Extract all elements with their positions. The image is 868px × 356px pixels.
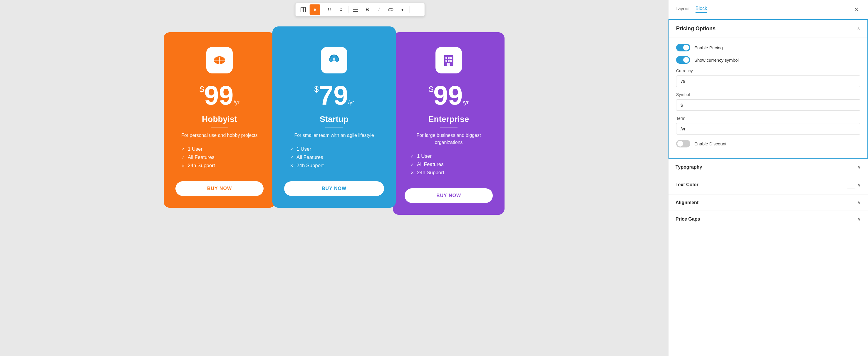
- alignment-section[interactable]: Alignment ∨: [669, 194, 868, 211]
- enterprise-features: ✓ 1 User ✓ All Features ✕ 24h Support: [405, 153, 493, 178]
- svg-point-20: [333, 58, 335, 60]
- chevron-down-icon-alignment: ∨: [858, 200, 861, 205]
- symbol-field-group: Symbol: [676, 92, 860, 111]
- list-item: ✕ 24h Support: [181, 163, 264, 169]
- pricing-options-title: Pricing Options: [676, 26, 715, 32]
- list-item: ✓ 1 User: [290, 146, 384, 152]
- toggle-knob-3: [677, 141, 683, 147]
- typography-title: Typography: [676, 164, 702, 170]
- toolbar-divider-2: [348, 6, 348, 13]
- more-options-button[interactable]: ⋮: [412, 4, 422, 15]
- list-item: ✓ 1 User: [181, 146, 264, 152]
- bold-button[interactable]: B: [362, 4, 373, 15]
- panel-header: Layout Block ✕: [669, 0, 868, 19]
- x-icon: ✕: [290, 163, 293, 168]
- svg-rect-27: [448, 60, 450, 62]
- svg-rect-11: [353, 9, 358, 10]
- align-button[interactable]: [350, 4, 361, 15]
- enterprise-price-term: /yr: [463, 100, 469, 106]
- link-button[interactable]: [385, 4, 396, 15]
- alignment-header[interactable]: Alignment ∨: [669, 194, 868, 211]
- x-icon: ✕: [181, 163, 185, 168]
- term-field-group: Term: [676, 116, 860, 134]
- football-icon: [212, 53, 227, 68]
- text-color-section[interactable]: Text Color ∨: [669, 175, 868, 194]
- building-icon: [441, 53, 456, 68]
- svg-rect-23: [445, 57, 447, 59]
- chevron-down-icon-price-gaps: ∨: [858, 216, 861, 222]
- symbol-label: Symbol: [676, 92, 860, 97]
- enable-pricing-toggle[interactable]: [676, 44, 690, 52]
- price-gaps-header[interactable]: Price Gaps ∨: [669, 211, 868, 227]
- enterprise-price-amount: 99: [433, 82, 463, 109]
- typography-header[interactable]: Typography ∨: [669, 159, 868, 175]
- move-up-down-button[interactable]: [336, 4, 346, 15]
- svg-rect-10: [353, 8, 358, 8]
- startup-description: For smaller team with an agile lifestyle: [294, 132, 374, 139]
- svg-point-9: [330, 10, 331, 11]
- price-gaps-section[interactable]: Price Gaps ∨: [669, 211, 868, 227]
- enterprise-icon-container: [435, 47, 462, 73]
- drag-button[interactable]: [324, 4, 335, 15]
- list-item: ✓ 1 User: [410, 153, 493, 159]
- startup-icon-container: [321, 47, 347, 73]
- dropdown-arrow-button[interactable]: ▾: [397, 4, 408, 15]
- close-panel-button[interactable]: ✕: [851, 5, 861, 14]
- feature-text: All Features: [417, 162, 444, 167]
- feature-text: All Features: [297, 155, 323, 160]
- tab-block[interactable]: Block: [695, 6, 707, 13]
- svg-point-7: [330, 9, 331, 10]
- feature-text: 24h Support: [417, 170, 444, 176]
- typography-section[interactable]: Typography ∨: [669, 159, 868, 175]
- symbol-input[interactable]: [676, 99, 860, 111]
- term-input[interactable]: [676, 123, 860, 134]
- enable-discount-toggle[interactable]: [676, 140, 690, 148]
- hobbyist-price-block: $ 99 /yr: [199, 82, 240, 109]
- hobbyist-card: $ 99 /yr Hobbyist For personal use and h…: [164, 32, 275, 208]
- startup-price-amount: 79: [319, 82, 348, 109]
- svg-rect-12: [353, 11, 358, 12]
- feature-text: 24h Support: [297, 163, 324, 169]
- enterprise-plan-name: Enterprise: [428, 115, 469, 124]
- svg-rect-25: [450, 57, 452, 59]
- svg-rect-0: [301, 7, 303, 12]
- text-color-title: Text Color: [676, 182, 699, 187]
- chevron-down-icon-text-color: ∨: [858, 182, 861, 188]
- block-toolbar: 9 B I: [295, 3, 425, 17]
- startup-plan-name: Startup: [320, 115, 348, 124]
- check-icon: ✓: [410, 162, 414, 167]
- startup-price-symbol: $: [314, 85, 319, 93]
- rocket-icon: [327, 53, 341, 68]
- currency-field-group: Currency: [676, 68, 860, 87]
- feature-text: 1 User: [188, 146, 203, 152]
- enterprise-price-symbol: $: [429, 85, 433, 93]
- svg-rect-1: [304, 7, 306, 12]
- hobbyist-price-symbol: $: [199, 85, 204, 93]
- enable-pricing-label: Enable Pricing: [694, 45, 723, 50]
- show-currency-toggle[interactable]: [676, 56, 690, 64]
- pricing-options-header[interactable]: Pricing Options ∧: [669, 20, 867, 38]
- alignment-title: Alignment: [676, 200, 699, 205]
- block-icon-button[interactable]: 9: [310, 4, 320, 15]
- startup-underline: [325, 127, 343, 127]
- hobbyist-underline: [211, 127, 228, 127]
- list-item: ✓ All Features: [181, 155, 264, 160]
- feature-text: 24h Support: [188, 163, 215, 169]
- text-color-header[interactable]: Text Color ∨: [669, 175, 868, 194]
- text-color-swatch[interactable]: [847, 181, 855, 189]
- svg-point-5: [330, 8, 331, 9]
- startup-buy-button[interactable]: BUY NOW: [284, 181, 384, 196]
- startup-features: ✓ 1 User ✓ All Features ✕ 24h Support: [284, 146, 384, 171]
- toolbar-divider-1: [322, 6, 322, 13]
- currency-input[interactable]: [676, 75, 860, 87]
- hobbyist-buy-button[interactable]: BUY NOW: [176, 181, 264, 196]
- hobbyist-icon-container: [206, 47, 233, 73]
- main-canvas: 9 B I: [0, 0, 668, 356]
- list-item: ✓ All Features: [410, 162, 493, 167]
- italic-button[interactable]: I: [374, 4, 384, 15]
- layout-toggle-button[interactable]: [298, 4, 309, 15]
- tab-layout[interactable]: Layout: [676, 6, 690, 13]
- hobbyist-plan-name: Hobbyist: [202, 115, 237, 124]
- enterprise-buy-button[interactable]: BUY NOW: [405, 188, 493, 203]
- list-item: ✕ 24h Support: [410, 170, 493, 176]
